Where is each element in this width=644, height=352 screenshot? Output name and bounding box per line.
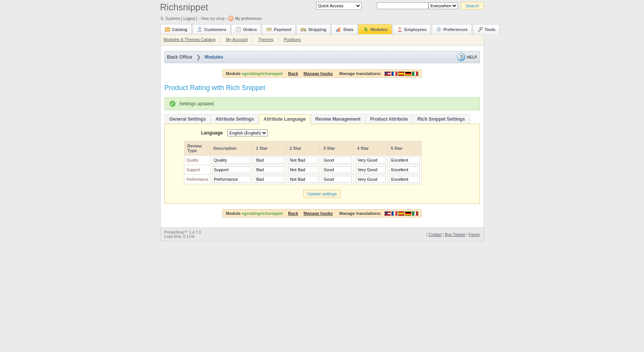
module-action-bar-top: Module egrratingrichsnippet Back Manage … <box>222 69 422 78</box>
payment-icon <box>266 26 272 33</box>
input-quality-s3[interactable] <box>322 157 352 164</box>
breadcrumb-current[interactable]: Modules <box>205 54 223 60</box>
flag-de-icon[interactable] <box>405 72 411 76</box>
input-performance-desc[interactable] <box>212 176 251 183</box>
search-button[interactable]: Search <box>461 2 484 10</box>
separator-icon: | <box>220 37 221 43</box>
flag-de-icon[interactable] <box>405 211 411 216</box>
language-label: Language <box>201 130 223 136</box>
settings-tabs: General SettingsAttribute SettingsAttrib… <box>164 114 480 124</box>
subtab-my-account[interactable]: My Account <box>226 37 248 43</box>
input-performance-s3[interactable] <box>322 176 352 183</box>
flag-fr-icon[interactable] <box>391 211 398 216</box>
manage-hooks-link[interactable]: Manage hooks <box>304 71 333 76</box>
preferences-icon <box>436 26 442 33</box>
separator-icon: | <box>278 37 279 43</box>
input-support-s5[interactable] <box>389 166 419 173</box>
search-input[interactable] <box>377 2 429 9</box>
input-performance-s2[interactable] <box>288 176 318 183</box>
input-quality-s1[interactable] <box>255 157 285 164</box>
footer-links: | Contact | Bug Tracker | Forum <box>427 232 480 237</box>
input-quality-desc[interactable] <box>212 157 251 164</box>
tab-tools[interactable]: Tools <box>473 24 500 34</box>
subtab-themes[interactable]: Themes <box>258 37 273 43</box>
input-support-s2[interactable] <box>288 166 318 173</box>
settings-tab-rich-snippet-settings[interactable]: Rich Snippet Settings <box>412 114 470 124</box>
module-name: egrratingrichsnippet <box>242 211 283 216</box>
manage-hooks-link[interactable]: Manage hooks <box>304 211 333 216</box>
input-performance-s1[interactable] <box>255 176 285 183</box>
subtab-modules-themes-catalog[interactable]: Modules & Themes Catalog <box>164 37 216 43</box>
update-settings-button[interactable]: Update settings <box>303 190 341 198</box>
svg-rect-8 <box>304 29 306 31</box>
svg-rect-0 <box>165 28 170 31</box>
footer-link-forum[interactable]: Forum <box>469 232 480 237</box>
flag-es-icon[interactable] <box>398 211 404 216</box>
flag-it-icon[interactable] <box>412 211 418 216</box>
svg-point-16 <box>438 29 440 30</box>
input-quality-s5[interactable] <box>389 157 419 164</box>
table-row: Support <box>184 165 421 175</box>
back-link[interactable]: Back <box>288 71 298 76</box>
page-title: Product Rating with Rich Snippet <box>164 84 480 92</box>
back-link[interactable]: Back <box>288 211 298 216</box>
customers-icon <box>197 26 203 33</box>
row-label-support: Support <box>184 165 210 175</box>
settings-tab-attribute-settings[interactable]: Attribute Settings <box>210 114 259 124</box>
input-support-s4[interactable] <box>355 166 386 173</box>
help-link[interactable]: ? HELP <box>457 53 477 61</box>
input-performance-s5[interactable] <box>389 176 419 183</box>
chevron-right-icon: ❯ <box>196 54 201 60</box>
col-4-star: 4 Star <box>354 141 388 156</box>
tab-stats[interactable]: Stats <box>331 24 358 34</box>
flag-fr-icon[interactable] <box>391 72 398 76</box>
tab-customers[interactable]: Customers <box>192 24 230 34</box>
tab-preferences[interactable]: Preferences <box>432 24 472 34</box>
tab-payment[interactable]: Payment <box>262 24 296 34</box>
separator-icon: | <box>252 37 253 43</box>
subtab-positions[interactable]: Positions <box>284 37 301 43</box>
settings-tab-attribute-language[interactable]: Attribute Language <box>259 114 311 124</box>
tab-orders[interactable]: Orders <box>231 24 261 34</box>
settings-tab-review-management[interactable]: Review Management <box>310 114 366 124</box>
settings-tab-general-settings[interactable]: General Settings <box>164 114 211 124</box>
attribute-language-panel: Language English (English) Review TypeDe… <box>164 124 480 204</box>
svg-point-9 <box>302 30 303 31</box>
manage-translations-label: Manage translations: <box>339 71 381 76</box>
flag-us-icon[interactable] <box>384 72 391 76</box>
flag-es-icon[interactable] <box>398 72 404 76</box>
tab-shipping[interactable]: Shipping <box>296 24 330 34</box>
svg-point-14 <box>399 27 401 29</box>
input-quality-s4[interactable] <box>355 157 386 164</box>
employees-icon <box>397 26 403 33</box>
footer-link-bug-tracker[interactable]: Bug Tracker <box>445 232 466 237</box>
tab-modules[interactable]: Modules <box>358 24 392 34</box>
search-scope-select[interactable]: Everywhere <box>429 2 458 9</box>
settings-tab-product-attribute[interactable]: Product Attribute <box>365 114 413 124</box>
version-label: PrestaShop™ 1.4.7.0 <box>164 230 201 234</box>
svg-point-1 <box>199 27 201 29</box>
shipping-icon <box>301 26 307 33</box>
svg-rect-6 <box>267 29 271 29</box>
input-performance-s4[interactable] <box>355 176 386 183</box>
breadcrumb-root[interactable]: Back Office <box>167 54 192 60</box>
logout-link[interactable]: Logout <box>183 16 195 21</box>
input-quality-s2[interactable] <box>288 157 318 164</box>
quick-access-select[interactable]: Quick Access <box>316 2 361 10</box>
flag-us-icon[interactable] <box>384 211 391 216</box>
module-name: egrratingrichsnippet <box>242 71 283 76</box>
language-select[interactable]: English (English) <box>227 129 268 136</box>
input-support-s1[interactable] <box>255 166 285 173</box>
tab-catalog[interactable]: Catalog <box>160 24 192 34</box>
svg-rect-7 <box>301 28 304 31</box>
attribute-language-table: Review TypeDescription1 Star2 Star3 Star… <box>184 141 422 184</box>
input-support-desc[interactable] <box>212 166 251 173</box>
tab-employees[interactable]: Employees <box>393 24 431 34</box>
flag-it-icon[interactable] <box>412 72 418 76</box>
sub-tabs: Modules & Themes Catalog|My Account|Them… <box>160 34 484 46</box>
col-1-star: 1 Star <box>253 141 286 156</box>
footer-link-contact[interactable]: Contact <box>429 232 442 237</box>
my-preferences-link[interactable]: My preferences <box>235 16 261 21</box>
input-support-s3[interactable] <box>322 166 352 173</box>
col-review-type: Review Type <box>184 141 210 156</box>
